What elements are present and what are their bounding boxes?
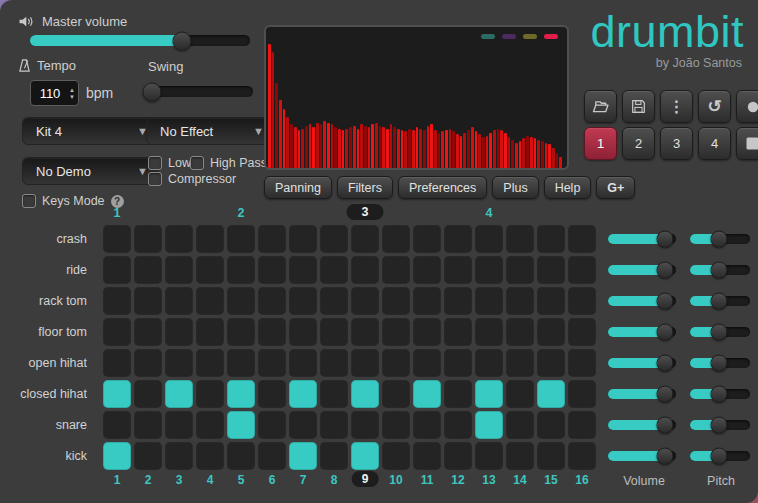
cell-rack-tom-8[interactable] [320,287,348,315]
cell-snare-1[interactable] [103,411,131,439]
low-checkbox[interactable] [148,156,162,170]
cell-crash-4[interactable] [196,225,224,253]
cell-floor-tom-12[interactable] [444,318,472,346]
slider-thumb[interactable] [172,31,191,50]
cell-crash-9[interactable] [351,225,379,253]
cell-rack-tom-4[interactable] [196,287,224,315]
compressor-checkbox[interactable] [148,172,162,186]
cell-kick-12[interactable] [444,442,472,470]
cell-open-hihat-1[interactable] [103,349,131,377]
cell-closed-hihat-15[interactable] [537,380,565,408]
cell-snare-5[interactable] [227,411,255,439]
slider-thumb[interactable] [657,355,674,372]
master-volume-slider[interactable] [30,35,250,46]
cell-crash-12[interactable] [444,225,472,253]
cell-ride-15[interactable] [537,256,565,284]
cell-crash-11[interactable] [413,225,441,253]
tempo-down-icon[interactable]: ▼ [69,94,75,100]
pitch-slider-snare[interactable] [690,420,750,430]
cell-floor-tom-15[interactable] [537,318,565,346]
slider-thumb[interactable] [657,386,674,403]
cell-ride-12[interactable] [444,256,472,284]
more-options-button[interactable]: ⋮ [660,90,693,123]
slider-thumb[interactable] [657,293,674,310]
cell-open-hihat-14[interactable] [506,349,534,377]
pitch-slider-rack-tom[interactable] [690,296,750,306]
volume-slider-closed-hihat[interactable] [608,389,676,399]
cell-closed-hihat-2[interactable] [134,380,162,408]
slider-thumb[interactable] [710,386,727,403]
pattern-4-button[interactable]: 4 [698,127,731,160]
cell-closed-hihat-4[interactable] [196,380,224,408]
cell-snare-3[interactable] [165,411,193,439]
cell-rack-tom-7[interactable] [289,287,317,315]
cell-open-hihat-9[interactable] [351,349,379,377]
cell-floor-tom-10[interactable] [382,318,410,346]
volume-slider-crash[interactable] [608,234,676,244]
g-button[interactable]: G+ [596,176,635,199]
cell-crash-15[interactable] [537,225,565,253]
cell-ride-4[interactable] [196,256,224,284]
cell-ride-5[interactable] [227,256,255,284]
cell-kick-15[interactable] [537,442,565,470]
pitch-slider-floor-tom[interactable] [690,327,750,337]
cell-open-hihat-2[interactable] [134,349,162,377]
cell-kick-6[interactable] [258,442,286,470]
cell-rack-tom-2[interactable] [134,287,162,315]
slider-thumb[interactable] [710,324,727,341]
cell-kick-7[interactable] [289,442,317,470]
cell-kick-3[interactable] [165,442,193,470]
slider-thumb[interactable] [710,448,727,465]
cell-closed-hihat-12[interactable] [444,380,472,408]
pattern-1-button[interactable]: 1 [584,127,617,160]
cell-kick-1[interactable] [103,442,131,470]
slider-thumb[interactable] [657,448,674,465]
cell-closed-hihat-13[interactable] [475,380,503,408]
cell-closed-hihat-8[interactable] [320,380,348,408]
cell-snare-4[interactable] [196,411,224,439]
cell-floor-tom-7[interactable] [289,318,317,346]
cell-snare-14[interactable] [506,411,534,439]
cell-open-hihat-10[interactable] [382,349,410,377]
cell-rack-tom-12[interactable] [444,287,472,315]
cell-ride-9[interactable] [351,256,379,284]
cell-kick-14[interactable] [506,442,534,470]
cell-kick-8[interactable] [320,442,348,470]
cell-crash-10[interactable] [382,225,410,253]
slider-thumb[interactable] [710,262,727,279]
cell-snare-11[interactable] [413,411,441,439]
slider-thumb[interactable] [710,417,727,434]
cell-kick-10[interactable] [382,442,410,470]
swing-slider[interactable] [148,86,253,97]
cell-open-hihat-11[interactable] [413,349,441,377]
cell-floor-tom-9[interactable] [351,318,379,346]
cell-crash-3[interactable] [165,225,193,253]
effect-dropdown[interactable]: No Effect ▼ [146,117,275,145]
cell-floor-tom-1[interactable] [103,318,131,346]
cell-open-hihat-6[interactable] [258,349,286,377]
cell-ride-1[interactable] [103,256,131,284]
cell-crash-7[interactable] [289,225,317,253]
cell-ride-8[interactable] [320,256,348,284]
cell-floor-tom-4[interactable] [196,318,224,346]
cell-ride-2[interactable] [134,256,162,284]
cell-rack-tom-16[interactable] [568,287,596,315]
pitch-slider-kick[interactable] [690,451,750,461]
cell-closed-hihat-14[interactable] [506,380,534,408]
cell-crash-16[interactable] [568,225,596,253]
cell-rack-tom-1[interactable] [103,287,131,315]
pitch-slider-open-hihat[interactable] [690,358,750,368]
cell-rack-tom-14[interactable] [506,287,534,315]
cell-rack-tom-3[interactable] [165,287,193,315]
volume-slider-open-hihat[interactable] [608,358,676,368]
preferences-button[interactable]: Preferences [398,176,487,199]
cell-floor-tom-5[interactable] [227,318,255,346]
cell-closed-hihat-6[interactable] [258,380,286,408]
cell-ride-16[interactable] [568,256,596,284]
slider-thumb[interactable] [657,324,674,341]
record-button[interactable] [736,90,758,123]
cell-closed-hihat-1[interactable] [103,380,131,408]
pattern-2-button[interactable]: 2 [622,127,655,160]
cell-floor-tom-11[interactable] [413,318,441,346]
help-button[interactable]: Help [544,176,592,199]
